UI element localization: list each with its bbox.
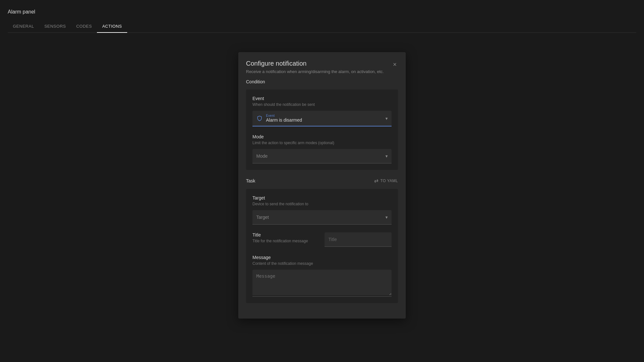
target-hint: Device to send the notification to [252,202,392,206]
nav-tabs: GENERAL SENSORS CODES ACTIONS [8,20,636,33]
target-field-group: Target Device to send the notification t… [252,195,392,225]
tab-general[interactable]: GENERAL [8,20,39,32]
message-hint: Content of the notification message [252,261,392,266]
event-select-wrapper[interactable]: Event Alarm is disarmed ▾ [252,111,392,126]
title-input-wrapper[interactable] [325,232,392,247]
event-select[interactable]: Event Alarm is disarmed [252,111,392,126]
dialog-subtitle: Receive a notification when arming/disar… [246,69,384,74]
configure-notification-dialog: Configure notification Receive a notific… [238,52,406,319]
condition-section-title: Condition [246,79,398,84]
dialog-header: Configure notification Receive a notific… [238,52,406,79]
event-value-label: Event [266,114,379,117]
event-hint: When should the notification be sent [252,102,392,107]
task-section-title: Task [246,178,255,183]
to-yaml-button[interactable]: ⇄ TO YAML [374,178,398,184]
target-select[interactable]: Target [252,210,392,224]
event-value: Alarm is disarmed [266,117,379,123]
close-button[interactable]: × [392,60,398,69]
task-card: Target Device to send the notification t… [246,189,398,303]
message-label: Message [252,255,392,260]
title-label: Title [252,232,319,237]
event-value-wrapper: Event Alarm is disarmed [266,114,379,123]
mode-select-wrapper[interactable]: Mode ▾ [252,149,392,163]
main-content: Configure notification Receive a notific… [0,33,644,362]
mode-field-group: Mode Limit the action to specific arm mo… [252,134,392,163]
task-header-row: Task ⇄ TO YAML [246,178,398,184]
target-placeholder: Target [256,215,269,220]
mode-hint: Limit the action to specific arm modes (… [252,141,392,145]
app-title: Alarm panel [8,5,636,19]
to-yaml-icon: ⇄ [374,178,379,184]
event-label: Event [252,96,392,101]
mode-select[interactable]: Mode [252,149,392,163]
task-section: Task ⇄ TO YAML Target Device to send the… [246,178,398,303]
title-hint: Title for the notification message [252,239,319,243]
mode-placeholder: Mode [256,153,268,159]
shield-icon [256,115,263,122]
target-label: Target [252,195,392,200]
tab-sensors[interactable]: SENSORS [39,20,71,32]
title-col: Title Title for the notification message [252,232,319,247]
message-textarea[interactable] [252,270,392,295]
tab-actions[interactable]: ACTIONS [97,20,127,32]
event-field-group: Event When should the notification be se… [252,96,392,126]
app-header: Alarm panel GENERAL SENSORS CODES ACTION… [0,0,644,33]
dialog-title: Configure notification [246,60,384,67]
dialog-header-text: Configure notification Receive a notific… [246,60,384,74]
title-field-group: Title Title for the notification message [252,232,392,247]
condition-section: Condition Event When should the notifica… [246,79,398,170]
message-field-group: Message Content of the notification mess… [252,255,392,297]
tab-codes[interactable]: CODES [71,20,97,32]
target-select-wrapper[interactable]: Target ▾ [252,210,392,225]
title-input-col [325,232,392,247]
dialog-body: Condition Event When should the notifica… [238,79,406,319]
mode-label: Mode [252,134,392,139]
message-textarea-wrapper[interactable] [252,270,392,297]
condition-card: Event When should the notification be se… [246,89,398,170]
title-input[interactable] [325,232,392,246]
to-yaml-label: TO YAML [380,179,398,183]
